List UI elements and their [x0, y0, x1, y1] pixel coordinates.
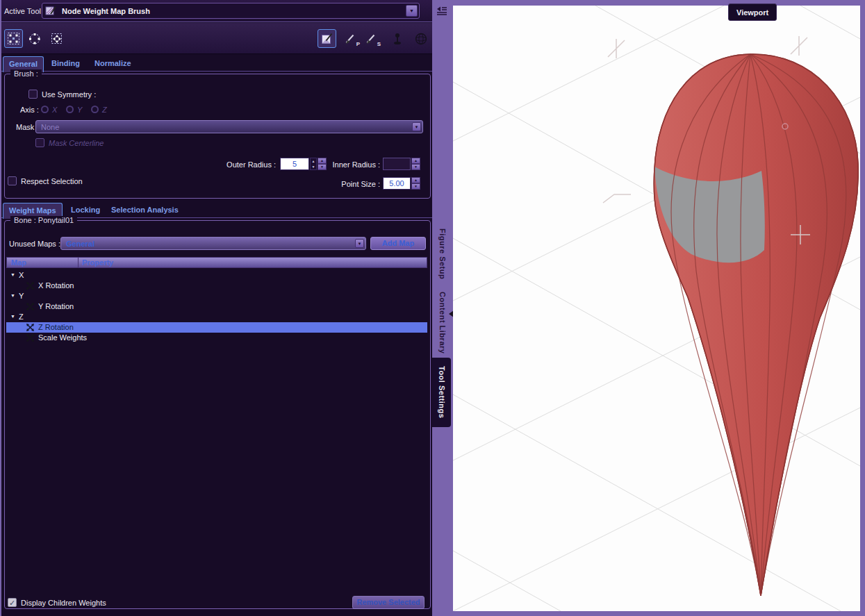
column-map[interactable]: Map	[11, 258, 26, 267]
map-table-header: Map Property	[6, 257, 427, 268]
joint-pin-tool-button[interactable]	[388, 29, 406, 48]
tree-group-row[interactable]: ▼ X	[6, 270, 427, 281]
inner-radius-stepper[interactable]: ▲ ▼	[411, 158, 420, 170]
side-tab-content-library[interactable]: Content Library	[434, 288, 451, 358]
marquee-selection-tool-button[interactable]	[47, 29, 66, 48]
weight-map-icon	[26, 281, 35, 290]
use-symmetry-label: Use Symmetry :	[42, 90, 96, 99]
point-size-label: Point Size :	[324, 180, 380, 188]
weight-brush-icon	[45, 5, 57, 19]
active-tool-label: Active Tool :	[4, 7, 45, 15]
tree-item-row[interactable]: X Rotation	[6, 281, 427, 291]
respect-selection-checkbox[interactable]	[8, 176, 17, 185]
outer-radius-stepper[interactable]: ▲ ▼	[318, 158, 327, 170]
chevron-down-icon[interactable]: ▼	[406, 5, 418, 17]
weight-map-icon	[26, 302, 35, 311]
stepper-up-icon[interactable]: ▲	[318, 158, 327, 164]
node-selection-tool-button[interactable]	[4, 29, 23, 48]
tool-settings-pane: Active Tool : Node Weight Map Brush ▼ P	[0, 0, 432, 616]
brush-p-letter: P	[356, 41, 360, 47]
scene-3d	[453, 6, 860, 611]
active-tool-bar: Active Tool : Node Weight Map Brush ▼	[1, 0, 432, 22]
point-size-input[interactable]: 5.00	[383, 177, 411, 190]
side-tab-tool-settings[interactable]: Tool Settings	[432, 358, 451, 427]
respect-selection-label: Respect Selection	[21, 177, 83, 185]
point-size-stepper[interactable]: ▲ ▼	[411, 177, 420, 190]
viewport-canvas[interactable]	[453, 6, 860, 611]
mask-dropdown[interactable]: None ▼	[35, 120, 423, 133]
remove-selected-button[interactable]: Remove Selected	[352, 596, 425, 609]
stepper-down-icon[interactable]: ▼	[411, 164, 420, 170]
unused-maps-dropdown[interactable]: General ▼	[60, 237, 366, 250]
bone-group-title: Bone : Ponytail01	[10, 216, 77, 224]
tree-item-row[interactable]: Y Rotation	[6, 301, 427, 312]
unused-maps-value: General	[66, 240, 94, 248]
app-window: { "active_tool": { "label": "Active Tool…	[0, 0, 865, 616]
stepper-up-icon[interactable]: ▲	[411, 158, 420, 164]
mask-centerline-checkbox[interactable]	[35, 138, 44, 147]
paint-brush-s-button[interactable]: S	[362, 29, 381, 48]
expander-icon[interactable]: ▼	[10, 293, 15, 298]
main-tab-row: General Binding Normalize	[1, 54, 432, 72]
brush-s-letter: S	[377, 41, 381, 47]
ponytail-mesh	[654, 54, 858, 596]
pane-tab-strip: Figure Setup Content Library Tool Settin…	[432, 0, 452, 616]
brush-toolbar: P S	[1, 23, 432, 54]
axis-x-radio[interactable]	[41, 106, 49, 113]
weight-map-tree: ▼ X X Rotation ▼ Y Y Rotation ▼	[6, 269, 427, 595]
brush-group-title: Brush :	[10, 69, 42, 78]
axis-x-label: X	[52, 106, 57, 114]
viewport-tab[interactable]: Viewport	[728, 3, 777, 21]
circle-selection-tool-button[interactable]	[25, 29, 44, 48]
display-children-label: Display Children Weights	[21, 599, 106, 607]
axis-z-radio[interactable]	[91, 106, 99, 113]
checkmark-icon: ✓	[8, 599, 16, 607]
mask-centerline-label: Mask Centerline	[49, 139, 104, 147]
bone-groupbox: Bone : Ponytail01 Unused Maps : General …	[4, 220, 431, 609]
paint-brush-p-button[interactable]: P	[341, 29, 360, 48]
weight-map-icon	[26, 323, 35, 332]
tab-binding[interactable]: Binding	[46, 56, 85, 72]
axis-label: Axis :	[20, 106, 39, 114]
expander-icon[interactable]: ▼	[10, 314, 15, 319]
display-children-checkbox[interactable]: ✓	[8, 598, 17, 607]
tab-normalize[interactable]: Normalize	[89, 56, 137, 72]
inner-radius-input[interactable]	[383, 158, 411, 170]
expander-icon[interactable]: ▼	[10, 272, 15, 277]
outer-radius-input[interactable]: 5	[280, 158, 309, 170]
slider-down-icon[interactable]: ▼	[311, 164, 316, 169]
stepper-down-icon[interactable]: ▼	[411, 183, 420, 190]
axis-y-label: Y	[77, 106, 82, 114]
outer-radius-label: Outer Radius :	[206, 160, 276, 169]
tree-item-row-selected[interactable]: Z Rotation	[6, 322, 427, 333]
axis-z-label: Z	[102, 106, 107, 114]
unused-maps-label: Unused Maps :	[9, 240, 60, 248]
sphere-gradient-tool-button[interactable]	[411, 29, 430, 48]
inner-radius-label: Inner Radius :	[330, 160, 380, 169]
column-divider[interactable]	[78, 258, 79, 267]
add-map-button[interactable]: Add Map	[370, 237, 426, 250]
weight-map-icon	[26, 333, 35, 342]
active-tool-value: Node Weight Map Brush	[62, 7, 150, 15]
active-tool-dropdown[interactable]: Node Weight Map Brush ▼	[42, 3, 420, 19]
chevron-down-icon[interactable]: ▼	[355, 239, 364, 248]
stepper-up-icon[interactable]: ▲	[411, 177, 420, 183]
side-tab-figure-setup[interactable]: Figure Setup	[434, 226, 451, 283]
axis-y-radio[interactable]	[66, 106, 74, 113]
column-property[interactable]: Property	[82, 258, 113, 267]
tab-selection-analysis[interactable]: Selection Analysis	[106, 203, 184, 219]
tree-group-row[interactable]: ▼ Y	[6, 291, 427, 301]
stepper-down-icon[interactable]: ▼	[318, 164, 327, 170]
brush-groupbox: Brush : Use Symmetry : Axis : X Y Z Mask…	[4, 74, 431, 199]
mask-value: None	[41, 123, 59, 131]
weight-map-mode-button[interactable]	[318, 29, 336, 48]
slider-up-icon[interactable]: ▲	[311, 158, 316, 164]
chevron-down-icon[interactable]: ▼	[412, 122, 421, 131]
tree-group-row[interactable]: ▼ Z	[6, 312, 427, 322]
outer-radius-slider[interactable]: ▲ ▼	[310, 158, 317, 170]
pane-menu-icon[interactable]	[436, 6, 447, 19]
use-symmetry-checkbox[interactable]	[28, 90, 38, 99]
tree-item-row[interactable]: Scale Weights	[6, 333, 427, 343]
